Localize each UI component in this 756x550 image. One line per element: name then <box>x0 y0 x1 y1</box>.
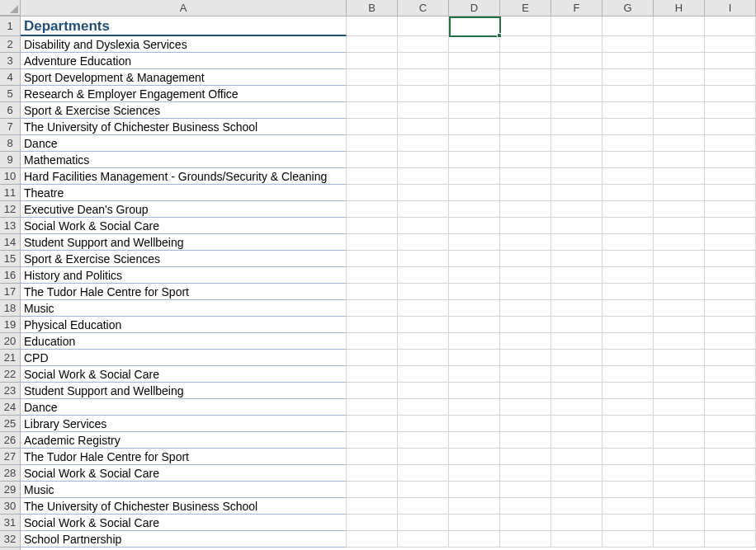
empty-cell[interactable] <box>654 432 705 449</box>
empty-cell[interactable] <box>449 16 500 36</box>
empty-cell[interactable] <box>347 218 398 234</box>
empty-cell[interactable] <box>347 119 398 135</box>
empty-cell[interactable] <box>602 36 654 53</box>
data-cell[interactable]: Social Work & Social Care <box>21 465 347 482</box>
empty-cell[interactable] <box>602 168 654 185</box>
empty-cell[interactable] <box>551 432 602 449</box>
empty-cell[interactable] <box>398 218 449 234</box>
empty-cell[interactable] <box>500 333 551 350</box>
empty-cell[interactable] <box>654 53 705 69</box>
empty-cell[interactable] <box>602 350 654 366</box>
empty-cell[interactable] <box>347 201 398 218</box>
empty-cell[interactable] <box>705 366 756 383</box>
empty-cell[interactable] <box>654 498 705 515</box>
empty-cell[interactable] <box>602 498 654 515</box>
data-cell[interactable]: Sport Development & Management <box>21 69 347 86</box>
empty-cell[interactable] <box>705 399 756 416</box>
empty-cell[interactable] <box>500 201 551 218</box>
grid-area[interactable]: DepartmentsDisability and Dyslexia Servi… <box>21 16 756 550</box>
empty-cell[interactable] <box>398 152 449 168</box>
empty-cell[interactable] <box>398 482 449 498</box>
empty-cell[interactable] <box>449 399 500 416</box>
empty-cell[interactable] <box>398 69 449 86</box>
row-header[interactable]: 19 <box>0 317 20 333</box>
data-cell[interactable]: Dance <box>21 135 347 152</box>
empty-cell[interactable] <box>398 135 449 152</box>
empty-cell[interactable] <box>551 416 602 432</box>
empty-cell[interactable] <box>347 16 398 36</box>
empty-cell[interactable] <box>705 465 756 482</box>
empty-cell[interactable] <box>347 383 398 399</box>
empty-cell[interactable] <box>398 36 449 53</box>
data-cell[interactable]: Academic Registry <box>21 432 347 449</box>
empty-cell[interactable] <box>654 267 705 284</box>
empty-cell[interactable] <box>705 53 756 69</box>
empty-cell[interactable] <box>347 416 398 432</box>
empty-cell[interactable] <box>705 432 756 449</box>
empty-cell[interactable] <box>705 383 756 399</box>
data-cell[interactable]: Sport & Exercise Sciences <box>21 102 347 119</box>
empty-cell[interactable] <box>500 267 551 284</box>
empty-cell[interactable] <box>398 168 449 185</box>
data-cell[interactable]: Research & Employer Engagement Office <box>21 86 347 102</box>
select-all-corner[interactable] <box>0 0 21 16</box>
empty-cell[interactable] <box>347 267 398 284</box>
empty-cell[interactable] <box>347 482 398 498</box>
empty-cell[interactable] <box>551 267 602 284</box>
row-header[interactable]: 11 <box>0 185 20 201</box>
data-cell[interactable]: The University of Chichester Business Sc… <box>21 119 347 135</box>
row-header[interactable]: 28 <box>0 465 20 482</box>
empty-cell[interactable] <box>551 152 602 168</box>
empty-cell[interactable] <box>654 234 705 251</box>
empty-cell[interactable] <box>654 152 705 168</box>
row-header[interactable]: 32 <box>0 531 20 548</box>
column-header-C[interactable]: C <box>398 0 449 16</box>
empty-cell[interactable] <box>449 267 500 284</box>
empty-cell[interactable] <box>551 102 602 119</box>
empty-cell[interactable] <box>398 53 449 69</box>
empty-cell[interactable] <box>654 185 705 201</box>
empty-cell[interactable] <box>449 102 500 119</box>
empty-cell[interactable] <box>347 284 398 300</box>
empty-cell[interactable] <box>602 86 654 102</box>
empty-cell[interactable] <box>500 251 551 267</box>
empty-cell[interactable] <box>449 300 500 317</box>
empty-cell[interactable] <box>705 267 756 284</box>
empty-cell[interactable] <box>398 16 449 36</box>
column-header-B[interactable]: B <box>347 0 398 16</box>
empty-cell[interactable] <box>398 267 449 284</box>
empty-cell[interactable] <box>500 16 551 36</box>
empty-cell[interactable] <box>347 515 398 531</box>
data-cell[interactable]: Physical Education <box>21 317 347 333</box>
empty-cell[interactable] <box>551 86 602 102</box>
empty-cell[interactable] <box>654 317 705 333</box>
empty-cell[interactable] <box>500 399 551 416</box>
row-header[interactable]: 25 <box>0 416 20 432</box>
empty-cell[interactable] <box>705 333 756 350</box>
data-cell[interactable]: Library Services <box>21 416 347 432</box>
empty-cell[interactable] <box>551 399 602 416</box>
empty-cell[interactable] <box>551 16 602 36</box>
empty-cell[interactable] <box>602 152 654 168</box>
empty-cell[interactable] <box>602 465 654 482</box>
data-cell[interactable]: Mathematics <box>21 152 347 168</box>
empty-cell[interactable] <box>449 201 500 218</box>
column-header-F[interactable]: F <box>551 0 602 16</box>
empty-cell[interactable] <box>551 201 602 218</box>
empty-cell[interactable] <box>654 284 705 300</box>
empty-cell[interactable] <box>449 383 500 399</box>
empty-cell[interactable] <box>449 135 500 152</box>
empty-cell[interactable] <box>500 432 551 449</box>
empty-cell[interactable] <box>347 251 398 267</box>
empty-cell[interactable] <box>398 300 449 317</box>
data-cell[interactable]: School Partnership <box>21 531 347 548</box>
empty-cell[interactable] <box>398 350 449 366</box>
empty-cell[interactable] <box>551 36 602 53</box>
row-header[interactable]: 20 <box>0 333 20 350</box>
empty-cell[interactable] <box>602 102 654 119</box>
empty-cell[interactable] <box>654 251 705 267</box>
empty-cell[interactable] <box>398 399 449 416</box>
table-header-cell[interactable]: Departments <box>21 16 347 36</box>
empty-cell[interactable] <box>705 218 756 234</box>
data-cell[interactable]: Disability and Dyslexia Services <box>21 36 347 53</box>
